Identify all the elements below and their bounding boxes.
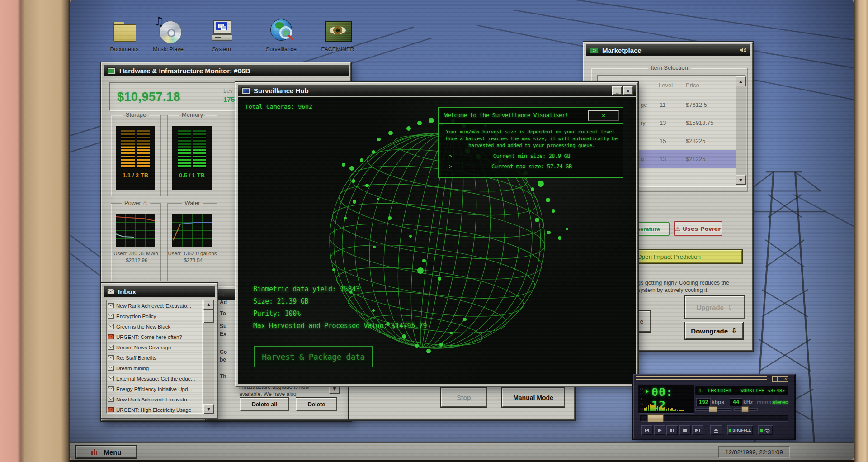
- camera-dot: [558, 236, 561, 240]
- envelope-icon: [108, 303, 114, 308]
- inbox-row[interactable]: New Rank Achieved: Excavato...: [108, 394, 202, 405]
- inbox-scrollbar[interactable]: ▲ ▼: [203, 300, 214, 414]
- eject-button[interactable]: [710, 425, 722, 435]
- stop-button[interactable]: [679, 425, 691, 435]
- manual-mode-button[interactable]: Manual Mode: [502, 388, 565, 407]
- column-price: Price: [686, 82, 699, 89]
- field-fragment: be: [220, 357, 226, 363]
- memory-label: Memory: [179, 111, 206, 118]
- level-value-fragment: 175: [223, 95, 235, 103]
- dialog-close-button[interactable]: ×: [588, 110, 619, 121]
- desktop-icon-system[interactable]: System: [197, 18, 246, 61]
- camera-dot: [417, 121, 422, 125]
- power-label: Power ⚠: [122, 200, 150, 206]
- inbox-row[interactable]: Re: Staff Benefits: [108, 352, 202, 363]
- hub-viewport: Total Cameras: 9602 Biometric data yield…: [238, 97, 636, 384]
- max-size-line: Current max size: 57.74 GB: [443, 163, 621, 170]
- desktop-icon-documents[interactable]: Documents: [99, 18, 149, 61]
- delete-button[interactable]: Delete: [296, 398, 337, 411]
- surveillance-hub-window: Surveillance Hub _ × Total Cameras: 9602…: [235, 82, 638, 387]
- inbox-row[interactable]: New Rank Achieved: Excavato...: [108, 300, 202, 311]
- stop-button[interactable]: Stop: [441, 388, 487, 407]
- stat-yield: Biometric data yield: 15843: [253, 283, 427, 295]
- envelope-icon: [108, 397, 114, 402]
- inbox-title: Inbox: [118, 288, 136, 295]
- close-button[interactable]: ×: [623, 86, 633, 95]
- email-subject: Dream-mining: [116, 366, 149, 371]
- envelope-icon: [108, 324, 114, 329]
- desktop-icon-music-player[interactable]: ♫ Music Player: [144, 18, 194, 61]
- hub-titlebar[interactable]: Surveillance Hub: [238, 85, 636, 96]
- camera-dot: [342, 163, 345, 167]
- envelope-icon: [108, 366, 114, 371]
- inbox-row[interactable]: Recent News Coverage: [108, 342, 202, 353]
- email-subject: New Rank Achieved: Excavato...: [116, 397, 191, 402]
- desktop-icon-surveillance[interactable]: Surveillance: [256, 18, 306, 61]
- camera-dot: [566, 228, 568, 230]
- email-subject: Green is the New Black: [116, 324, 170, 329]
- power-cost: -$2312.96: [106, 257, 166, 263]
- hardware-titlebar[interactable]: Hardware & Infrastructure Monitor: #06B: [104, 65, 349, 76]
- balance-slider-handle[interactable]: [709, 406, 717, 412]
- scroll-thumb[interactable]: [203, 310, 214, 323]
- minimize-button[interactable]: _: [612, 86, 622, 95]
- field-fragment: Th: [220, 373, 226, 380]
- marketplace-scrollbar[interactable]: ▲ ▼: [736, 76, 746, 185]
- envelope-icon: [108, 345, 114, 350]
- scroll-up-button[interactable]: ▲: [736, 76, 746, 86]
- folder-icon: [111, 18, 138, 44]
- up-arrow-icon: ⇧: [727, 303, 733, 311]
- shuffle-button[interactable]: SHUFFLE: [727, 425, 753, 435]
- menu-button[interactable]: Menu: [76, 446, 137, 458]
- player-close-button[interactable]: ×: [783, 376, 788, 382]
- memory-group: Memory 0.5 / 1 TB: [167, 115, 217, 196]
- eye-icon: [324, 18, 351, 44]
- inbox-row[interactable]: Dream-mining: [108, 363, 202, 374]
- camera-dot: [349, 166, 354, 171]
- inbox-row[interactable]: URGENT: Come here often?: [108, 332, 202, 343]
- memory-value: 0.5 / 1 TB: [172, 172, 212, 179]
- inbox-row[interactable]: Green is the New Black: [108, 321, 202, 332]
- menu-logo-icon: [91, 449, 100, 455]
- down-arrow-icon: ⇩: [731, 327, 737, 335]
- inbox-row[interactable]: URGENT: High Electricity Usage: [108, 405, 202, 414]
- upgrade-button[interactable]: Upgrade⇧: [685, 296, 745, 319]
- loop-button[interactable]: [758, 425, 773, 435]
- open-impact-prediction-button[interactable]: Open Impact Prediction: [632, 250, 742, 263]
- delete-all-button[interactable]: Delete all: [240, 398, 289, 411]
- scroll-up-button[interactable]: ▲: [203, 300, 214, 310]
- scroll-down-button[interactable]: ▼: [203, 404, 214, 414]
- player-minimize-button[interactable]: [772, 376, 778, 382]
- level-label-fragment: Lev: [223, 87, 233, 94]
- harvest-package-button[interactable]: Harvest & Package data: [254, 346, 373, 367]
- envelope-icon: [107, 289, 114, 294]
- inbox-row[interactable]: Encryption Policy: [108, 311, 202, 322]
- seek-handle[interactable]: [647, 414, 664, 422]
- scroll-down-button[interactable]: ▼: [736, 175, 746, 185]
- item-level: 11: [660, 101, 666, 108]
- email-subject: Energy Efficiency Initiative Upd...: [116, 386, 192, 392]
- monitor-icon: [241, 87, 250, 94]
- player-shade-button[interactable]: [778, 376, 783, 382]
- next-button[interactable]: [692, 425, 703, 435]
- desktop-icon-faceminer[interactable]: FACEMINER: [313, 18, 363, 61]
- marketplace-titlebar[interactable]: Marketplace: [586, 44, 750, 56]
- cooling-text-line1: gs getting high? Cooling reduces the: [637, 280, 729, 286]
- envelope-icon: [108, 334, 114, 339]
- water-cost: -$278.54: [162, 257, 222, 263]
- pause-button[interactable]: [666, 425, 678, 435]
- inbox-titlebar[interactable]: Inbox: [104, 286, 215, 297]
- downgrade-button[interactable]: Downgrade⇩: [685, 322, 743, 339]
- inbox-row[interactable]: Energy Efficiency Initiative Upd...: [108, 384, 202, 395]
- volume-slider-handle[interactable]: [741, 406, 749, 412]
- speaker-icon[interactable]: [740, 47, 747, 53]
- camera-dot: [439, 343, 443, 347]
- inbox-row[interactable]: External Message: Get the edge...: [108, 373, 202, 384]
- computer-icon: [208, 18, 235, 44]
- play-button[interactable]: [654, 425, 665, 435]
- player-titlebar[interactable]: [636, 376, 767, 381]
- processing-window: Stop Manual Mode: [349, 381, 575, 420]
- email-body-line2: available. We have also: [239, 391, 297, 397]
- previous-button[interactable]: [641, 425, 653, 435]
- monitor-screen: Documents ♫ Music Player System Surveill…: [70, 0, 854, 460]
